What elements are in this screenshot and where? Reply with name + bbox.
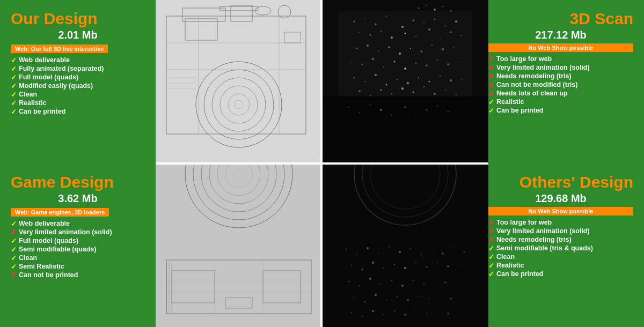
svg-point-30 xyxy=(423,22,425,23)
svg-point-33 xyxy=(455,20,457,23)
svg-point-145 xyxy=(426,266,428,268)
svg-point-160 xyxy=(354,297,355,298)
svg-point-68 xyxy=(386,84,387,86)
scan-bottom-svg xyxy=(322,164,488,327)
cross-icon: ✗ xyxy=(488,90,494,98)
svg-point-79 xyxy=(391,93,392,94)
svg-point-131 xyxy=(399,251,401,253)
svg-point-143 xyxy=(404,267,406,269)
svg-point-156 xyxy=(423,284,425,285)
svg-point-164 xyxy=(397,296,398,298)
svg-point-29 xyxy=(413,20,414,21)
list-item: ✓Can be printed xyxy=(488,270,633,278)
check-icon: ✓ xyxy=(11,246,17,254)
svg-point-140 xyxy=(372,262,374,264)
camera-scan-topright xyxy=(322,0,488,164)
camera-scan-bottomright xyxy=(322,164,488,327)
svg-point-90 xyxy=(450,10,452,12)
svg-point-86 xyxy=(418,8,420,9)
svg-point-84 xyxy=(445,90,446,91)
svg-point-161 xyxy=(364,301,366,303)
others-design-title: Others' Design xyxy=(488,173,633,191)
svg-point-148 xyxy=(458,264,459,265)
check-icon: ✓ xyxy=(11,99,17,107)
svg-point-92 xyxy=(348,107,349,108)
svg-point-93 xyxy=(359,112,361,114)
wireframe-bottom-svg xyxy=(156,164,322,327)
svg-point-128 xyxy=(367,247,369,249)
game-design-title: Game Design xyxy=(11,173,145,191)
list-item: ✓Semi Realistic xyxy=(11,263,145,271)
svg-point-70 xyxy=(407,82,409,84)
svg-point-78 xyxy=(380,90,382,91)
game-design-features: ✓Web deliverable ✗Very limited animation… xyxy=(11,220,145,279)
scan-svg xyxy=(322,0,488,164)
svg-point-175 xyxy=(394,310,396,312)
svg-point-155 xyxy=(413,280,414,281)
list-item: ✓Realistic xyxy=(488,262,633,270)
check-icon: ✓ xyxy=(488,98,494,106)
check-icon: ✓ xyxy=(11,263,17,271)
check-icon: ✓ xyxy=(488,253,494,261)
svg-point-61 xyxy=(426,65,428,66)
list-item: ✓Clean xyxy=(11,91,145,99)
check-icon: ✓ xyxy=(11,254,17,262)
svg-point-41 xyxy=(440,38,441,39)
svg-point-150 xyxy=(359,285,360,286)
svg-point-146 xyxy=(437,262,438,263)
list-item: ✗Very limited animation (solid) xyxy=(488,227,633,235)
svg-point-132 xyxy=(410,248,411,249)
svg-point-65 xyxy=(354,77,355,79)
svg-point-64 xyxy=(458,62,459,63)
svg-point-50 xyxy=(421,51,422,53)
svg-rect-103 xyxy=(156,164,322,327)
scan-badge: No Web Show possible xyxy=(488,43,633,52)
others-design-section: Others' Design 129.68 Mb No Web Show pos… xyxy=(478,164,644,327)
svg-point-151 xyxy=(369,278,371,280)
svg-point-60 xyxy=(415,63,416,64)
our-design-size: 2.01 Mb xyxy=(11,29,145,41)
game-design-size: 3.62 Mb xyxy=(11,192,145,205)
list-item: ✓Semi modifiable (quads) xyxy=(11,246,145,254)
check-icon: ✓ xyxy=(11,220,17,228)
svg-point-59 xyxy=(404,68,406,70)
svg-point-75 xyxy=(461,79,462,80)
cross-icon: ✗ xyxy=(488,55,494,63)
check-icon: ✓ xyxy=(11,56,17,64)
check-icon: ✓ xyxy=(11,82,17,90)
svg-point-99 xyxy=(426,109,428,111)
svg-point-174 xyxy=(383,314,384,315)
svg-point-95 xyxy=(380,109,382,111)
others-design-features: ✗Too large for web ✗Very limited animati… xyxy=(488,219,633,278)
cross-icon: ✗ xyxy=(11,271,17,279)
svg-point-35 xyxy=(370,34,371,36)
svg-rect-0 xyxy=(156,0,322,164)
svg-point-130 xyxy=(389,246,390,248)
svg-point-48 xyxy=(399,53,401,55)
svg-point-135 xyxy=(442,252,444,255)
svg-point-127 xyxy=(356,254,357,255)
list-item: ✗Can not be printed xyxy=(11,271,145,279)
others-design-size: 129.68 Mb xyxy=(488,192,633,205)
svg-point-139 xyxy=(362,269,363,271)
svg-point-94 xyxy=(370,104,371,105)
check-icon: ✓ xyxy=(11,237,17,245)
svg-point-37 xyxy=(391,36,393,39)
check-icon: ✓ xyxy=(11,91,17,99)
svg-point-28 xyxy=(401,26,404,28)
svg-point-38 xyxy=(405,33,406,34)
svg-point-101 xyxy=(448,111,449,113)
svg-point-27 xyxy=(386,16,387,17)
our-design-badge: Web: Our full 3D live interactive xyxy=(11,44,108,53)
check-icon: ✓ xyxy=(11,65,17,73)
svg-point-76 xyxy=(358,90,361,92)
list-item: ✓Fully animated (separated) xyxy=(11,65,145,73)
svg-point-77 xyxy=(370,95,371,96)
svg-point-144 xyxy=(415,262,416,263)
svg-point-46 xyxy=(378,50,379,51)
cross-icon: ✗ xyxy=(488,227,494,235)
list-item: ✓Modified easily (quads) xyxy=(11,82,145,90)
svg-point-26 xyxy=(375,24,377,25)
list-item: ✗Too large for web xyxy=(488,55,633,63)
svg-point-87 xyxy=(426,5,427,6)
